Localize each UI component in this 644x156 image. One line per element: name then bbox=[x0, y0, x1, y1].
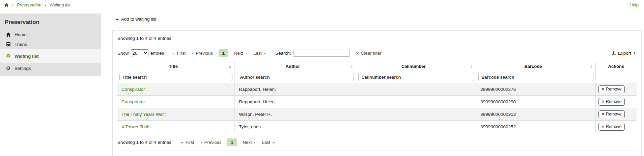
table-controls: Show 20 entries « First ‹ Previous 1 bbox=[117, 49, 637, 57]
angle-right-icon: › bbox=[254, 140, 255, 145]
breadcrumb-waiting-list: Waiting list bbox=[49, 2, 71, 7]
sidebar-item-home[interactable]: Home bbox=[0, 30, 101, 40]
x-icon: × bbox=[602, 87, 604, 91]
callnumber-cell bbox=[356, 108, 476, 121]
pagination-current-page[interactable]: 1 bbox=[227, 138, 237, 146]
callnumber-cell bbox=[356, 83, 476, 96]
divider bbox=[117, 151, 637, 151]
sidebar-item-label: Home bbox=[15, 32, 27, 37]
breadcrumb-preservation[interactable]: Preservation bbox=[17, 2, 41, 7]
barcode-filter-input[interactable] bbox=[478, 73, 593, 81]
title-filter-input[interactable] bbox=[119, 73, 232, 81]
remove-button[interactable]: × Remove bbox=[598, 98, 625, 106]
sidebar-item-label: Waiting list bbox=[15, 54, 39, 59]
author-filter-input[interactable] bbox=[237, 73, 354, 81]
add-to-waiting-list-button[interactable]: + Add to waiting list bbox=[112, 14, 159, 28]
title-link[interactable]: X Power Tools bbox=[121, 124, 150, 129]
page-size-select[interactable]: 20 bbox=[131, 49, 148, 57]
download-icon bbox=[612, 51, 616, 55]
preservation-sidebar: Preservation Home Trains bbox=[0, 14, 101, 76]
callnumber-cell bbox=[356, 96, 476, 108]
angle-double-right-icon: » bbox=[272, 140, 275, 145]
divider bbox=[117, 45, 637, 45]
angle-right-icon: › bbox=[245, 51, 247, 56]
entries-label: entries bbox=[150, 51, 164, 56]
pagination-first[interactable]: « First bbox=[169, 49, 189, 57]
sort-ascending-icon: ▲ bbox=[228, 65, 231, 68]
breadcrumb: › Preservation › Waiting list bbox=[4, 2, 71, 7]
recycle-icon: ♻ bbox=[5, 53, 11, 59]
table-row: X Power Tools Tyler, chris 3999900000025… bbox=[117, 121, 637, 133]
title-link[interactable]: Conspirator : bbox=[121, 99, 147, 104]
column-header-barcode[interactable]: Barcode ▲▼ bbox=[476, 62, 595, 71]
top-bar: › Preservation › Waiting list Help bbox=[0, 0, 644, 9]
show-label: Show bbox=[117, 51, 129, 56]
sidebar-nav: Home Trains ♻ Waiting list ⚙ bbox=[0, 30, 101, 74]
breadcrumb-separator: › bbox=[12, 3, 13, 7]
sort-icon: ▲▼ bbox=[351, 64, 353, 69]
remove-button[interactable]: × Remove bbox=[598, 85, 625, 93]
gear-icon: ⚙ bbox=[5, 65, 11, 71]
help-link[interactable]: Help bbox=[629, 2, 639, 7]
table-info-top: Showing 1 to 4 of 4 entries bbox=[117, 35, 637, 45]
barcode-cell: 39999000000252 bbox=[476, 121, 595, 133]
x-icon: × bbox=[602, 125, 604, 129]
home-icon bbox=[5, 32, 11, 37]
plus-icon: + bbox=[116, 16, 119, 22]
remove-button[interactable]: × Remove bbox=[598, 123, 625, 131]
pagination-previous[interactable]: ‹ Previous bbox=[198, 138, 224, 146]
sort-icon: ▲▼ bbox=[590, 64, 592, 69]
sidebar-item-waiting-list[interactable]: ♻ Waiting list bbox=[0, 49, 101, 63]
pagination-last[interactable]: Last » bbox=[250, 49, 269, 57]
actions-filter-cell bbox=[595, 71, 637, 83]
author-cell: Rappaport, Helen. bbox=[235, 96, 356, 108]
column-header-callnumber[interactable]: Callnumber ▲▼ bbox=[356, 62, 476, 71]
pagination-first[interactable]: « First bbox=[178, 138, 197, 146]
sidebar-item-trains[interactable]: Trains bbox=[0, 40, 101, 49]
barcode-cell: 39999000000290 bbox=[476, 96, 595, 108]
search-label: Search: bbox=[275, 51, 291, 56]
x-icon: × bbox=[602, 112, 604, 116]
table-row: Conspirator : Rappaport, Helen. 39999000… bbox=[117, 83, 637, 96]
column-header-actions: Actions bbox=[595, 62, 637, 71]
x-icon: × bbox=[602, 100, 604, 104]
callnumber-cell bbox=[356, 121, 476, 133]
angle-double-left-icon: « bbox=[181, 140, 184, 145]
x-icon: × bbox=[356, 51, 359, 56]
sidebar-title: Preservation bbox=[0, 14, 101, 30]
pagination-bottom: « First ‹ Previous 1 Next › Last » bbox=[178, 138, 278, 146]
clear-filter-button[interactable]: × Clear filter bbox=[356, 51, 382, 56]
sidebar-item-settings[interactable]: ⚙ Settings bbox=[0, 63, 101, 74]
train-icon bbox=[5, 42, 11, 47]
title-link[interactable]: Conspirator : bbox=[121, 87, 147, 92]
column-header-title[interactable]: Title ▲ bbox=[117, 62, 235, 71]
callnumber-filter-input[interactable] bbox=[358, 73, 474, 81]
breadcrumb-separator: › bbox=[45, 3, 46, 7]
angle-double-right-icon: » bbox=[264, 51, 266, 56]
caret-down-icon: ▼ bbox=[633, 52, 636, 55]
export-button[interactable]: Export ▼ bbox=[612, 51, 637, 56]
remove-button[interactable]: × Remove bbox=[598, 110, 625, 118]
waiting-list-panel: Showing 1 to 4 of 4 entries Show 20 entr… bbox=[112, 30, 642, 156]
pagination-last[interactable]: Last » bbox=[259, 138, 278, 146]
home-icon[interactable] bbox=[4, 3, 9, 7]
add-to-waiting-list-label: Add to waiting list bbox=[121, 17, 157, 22]
title-link[interactable]: The Thirty Years War : bbox=[121, 112, 167, 117]
pagination-top: « First ‹ Previous 1 Next › Last » bbox=[169, 49, 269, 57]
column-header-author[interactable]: Author ▲▼ bbox=[235, 62, 356, 71]
pagination-current-page[interactable]: 1 bbox=[219, 49, 228, 57]
author-cell: Rappaport, Helen. bbox=[235, 83, 356, 96]
pagination-next[interactable]: Next › bbox=[231, 49, 250, 57]
search-input[interactable] bbox=[293, 50, 350, 57]
pagination-previous[interactable]: ‹ Previous bbox=[189, 49, 216, 57]
author-cell: Wilson, Peter H. bbox=[235, 108, 356, 121]
barcode-cell: 39999000000313 bbox=[476, 108, 595, 121]
sidebar-item-label: Trains bbox=[15, 42, 27, 47]
pagination-next[interactable]: Next › bbox=[240, 138, 258, 146]
barcode-cell: 39999000000276 bbox=[476, 83, 595, 96]
table-row: Conspirator : Rappaport, Helen. 39999000… bbox=[117, 96, 637, 108]
angle-left-icon: ‹ bbox=[192, 51, 194, 56]
angle-left-icon: ‹ bbox=[201, 140, 202, 145]
author-cell: Tyler, chris bbox=[235, 121, 356, 133]
table-row: The Thirty Years War : Wilson, Peter H. … bbox=[117, 108, 637, 121]
